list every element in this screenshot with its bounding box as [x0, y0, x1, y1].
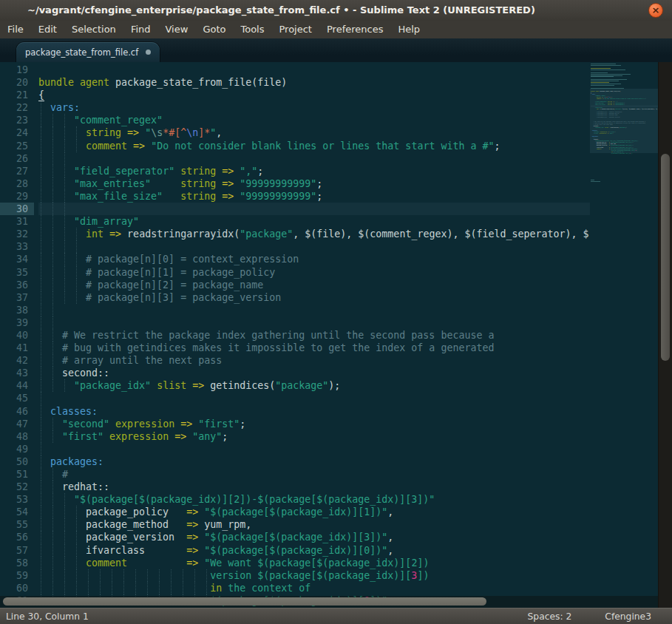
indent-guide: [41, 152, 41, 165]
indent-guide: [41, 114, 41, 126]
indent-guide: [52, 140, 53, 152]
indent-guide: [64, 165, 65, 177]
code-line: [38, 240, 590, 253]
menu-item-file[interactable]: File: [0, 21, 31, 38]
code-line: "second" expression => "first";: [38, 418, 590, 430]
indent-guide: [52, 430, 53, 443]
horizontal-scrollbar-handle[interactable]: [3, 597, 486, 606]
indent-guide: [41, 126, 41, 139]
indent-guide: [52, 569, 53, 582]
indent-guide: [52, 114, 53, 126]
indent-guide: [41, 379, 41, 392]
indent-guide: [52, 418, 53, 430]
menu-item-edit[interactable]: Edit: [31, 21, 64, 38]
indent-guide: [64, 203, 65, 215]
indent-guide: [64, 279, 65, 291]
indent-guide: [41, 165, 41, 177]
indent-guide: [52, 582, 53, 594]
indent-status[interactable]: Spaces: 2: [528, 611, 572, 622]
vertical-scrollbar-handle[interactable]: [661, 154, 670, 361]
indent-guide: [41, 430, 41, 443]
indent-guide: [64, 114, 65, 126]
line-number: 25: [0, 140, 34, 152]
indent-guide: [112, 582, 112, 594]
menu-item-tools[interactable]: Tools: [233, 21, 271, 38]
title-bar[interactable]: ~/vagrant/cfengine_enterprise/package_st…: [0, 0, 672, 21]
indent-guide: [52, 190, 53, 203]
indent-guide: [41, 228, 41, 240]
line-number: 41: [0, 342, 34, 354]
modified-dot-icon: [146, 50, 151, 55]
tab-package-state-from-file[interactable]: package_state_from_file.cf: [16, 42, 160, 62]
indent-guide: [64, 240, 65, 253]
line-number: 20: [0, 76, 34, 89]
line-number: 54: [0, 506, 34, 518]
code-line: package_policy => "$(package[$(package_i…: [38, 506, 590, 518]
code-line: [38, 443, 590, 455]
indent-guide: [64, 493, 65, 506]
syntax-status[interactable]: Cfengine3: [605, 611, 651, 622]
indent-guide: [41, 455, 41, 468]
code-line: second::: [38, 367, 590, 379]
line-number: 53: [0, 493, 34, 506]
menu-item-preferences[interactable]: Preferences: [319, 21, 390, 38]
line-number: 49: [0, 443, 34, 455]
vertical-scrollbar-track[interactable]: [658, 62, 672, 608]
line-number: 22: [0, 101, 34, 114]
indent-guide: [52, 557, 53, 569]
minimap-offscreen-lines: [591, 64, 657, 92]
code-line: "$(package[$(package_idx)][2])-$(package…: [38, 493, 590, 506]
code-line: "field_seperator" string => ",";: [38, 165, 590, 177]
menu-item-project[interactable]: Project: [271, 21, 319, 38]
line-number: 39: [0, 316, 34, 329]
indent-guide: [41, 405, 41, 418]
indent-guide: [147, 582, 148, 594]
menu-item-goto[interactable]: Goto: [195, 21, 233, 38]
indent-guide: [52, 518, 53, 531]
line-number: 33: [0, 240, 34, 253]
line-number: 58: [0, 557, 34, 569]
indent-guide: [52, 152, 53, 165]
menu-item-help[interactable]: Help: [390, 21, 427, 38]
horizontal-scrollbar-track[interactable]: [0, 596, 658, 608]
indent-guide: [52, 531, 53, 543]
indent-guide: [135, 582, 136, 594]
code-line: comment => "We want $(package[$(package_…: [38, 557, 590, 569]
close-button[interactable]: ×: [648, 3, 663, 18]
menu-item-selection[interactable]: Selection: [64, 21, 123, 38]
indent-guide: [64, 557, 65, 569]
code-line: string => "\s*#[^\n]*",: [38, 126, 590, 139]
line-number: 34: [0, 253, 34, 265]
indent-guide: [76, 253, 77, 265]
indent-guide: [171, 582, 172, 594]
code-line: [38, 304, 590, 316]
indent-guide: [64, 126, 65, 139]
code-line: version $(package[$(package_idx)][3]): [38, 569, 590, 582]
code-line: "first" expression => "any";: [38, 430, 590, 443]
minimap[interactable]: bundle agent package_state_from_file(fil…: [590, 62, 658, 608]
code-line: vars:: [38, 101, 590, 114]
line-number: 60: [0, 582, 34, 594]
code-line: "dim_array": [38, 215, 590, 228]
line-number: 55: [0, 518, 34, 531]
menu-item-find[interactable]: Find: [123, 21, 158, 38]
code-line: comment => "Do not consider blank lines …: [38, 140, 590, 152]
indent-guide: [64, 506, 65, 518]
line-number: 42: [0, 354, 34, 367]
code-text-area[interactable]: bundle agent package_state_from_file(fil…: [38, 64, 590, 606]
menu-item-view[interactable]: View: [158, 21, 196, 38]
line-number: 26: [0, 152, 34, 165]
indent-guide: [64, 518, 65, 531]
line-number: 23: [0, 114, 34, 126]
indent-guide: [52, 304, 53, 316]
sublime-window: ~/vagrant/cfengine_enterprise/package_st…: [0, 0, 672, 624]
indent-guide: [135, 569, 136, 582]
indent-guide: [194, 582, 195, 594]
minimap-code: bundle agent package_state_from_file(fil…: [591, 89, 658, 154]
indent-guide: [41, 240, 41, 253]
line-number: 30: [0, 203, 34, 215]
indent-guide: [52, 253, 53, 265]
line-number: 59: [0, 569, 34, 582]
code-line: # package[n][0] = context_expression: [38, 253, 590, 265]
indent-guide: [64, 152, 65, 165]
